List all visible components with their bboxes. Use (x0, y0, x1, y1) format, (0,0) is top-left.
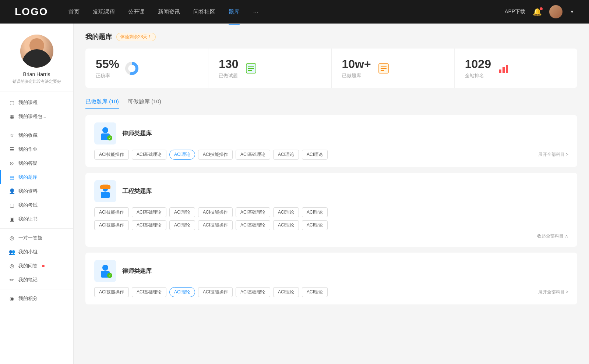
tag-item[interactable]: ACI基础理论 (132, 207, 166, 217)
svg-rect-18 (102, 185, 108, 186)
sidebar-item-label: 我的考试 (18, 202, 38, 208)
tag-item[interactable]: ACI基础理论 (236, 150, 270, 160)
tags-row-lawyer-2: ACI技能操作 ACI基础理论 ACI理论 ACI技能操作 ACI基础理论 AC… (94, 287, 568, 297)
nav-item-news[interactable]: 新闻资讯 (158, 7, 180, 17)
sidebar-item-label: 我的课程 (18, 99, 38, 106)
my-notes-icon: ✏ (9, 277, 15, 283)
svg-point-19 (102, 265, 108, 271)
tag-item[interactable]: ACI基础理论 (236, 220, 270, 230)
sidebar-item-label: 我的问答 (18, 263, 38, 269)
page-layout: Brian Harris 错误的决定比没有决定要好 ▢ 我的课程 ▦ 我的课程包… (0, 24, 589, 364)
tag-item[interactable]: ACI理论 (273, 220, 299, 230)
tag-item[interactable]: ACI基础理论 (132, 287, 166, 297)
sidebar-item-my-courses[interactable]: ▢ 我的课程 (0, 96, 73, 110)
avatar-placeholder (549, 5, 562, 18)
sidebar-item-label: 我的证书 (18, 216, 38, 222)
tag-item[interactable]: ACI理论 (169, 207, 195, 217)
notification-dot (540, 7, 543, 10)
tag-item[interactable]: ACI理论 (302, 207, 328, 217)
sidebar-item-my-favorites[interactable]: ☆ 我的收藏 (0, 128, 73, 142)
tag-item[interactable]: ACI基础理论 (236, 287, 270, 297)
tag-item-active[interactable]: ACI理论 (169, 287, 195, 297)
user-avatar[interactable] (549, 5, 562, 18)
nav-right-section: APP下载 🔔 ▼ (505, 5, 574, 18)
nav-item-discover[interactable]: 发现课程 (93, 7, 115, 17)
notification-bell[interactable]: 🔔 (533, 7, 542, 16)
tag-item[interactable]: ACI基础理论 (132, 220, 166, 230)
tag-item[interactable]: ACI技能操作 (198, 207, 233, 217)
sidebar-item-label: 一对一答疑 (18, 235, 42, 241)
navbar: LOGO 首页 发现课程 公开课 新闻资讯 问答社区 题库 ··· APP下载 … (0, 0, 589, 24)
tag-item[interactable]: ACI技能操作 (94, 287, 129, 297)
tag-item[interactable]: ACI技能操作 (198, 150, 233, 160)
sidebar-item-my-homework[interactable]: ☰ 我的作业 (0, 142, 73, 156)
stats-row: 55% 正确率 130 已做试题 (85, 49, 577, 88)
tag-item[interactable]: ACI基础理论 (236, 207, 270, 217)
qbank-title-engineer: 工程类题库 (122, 188, 152, 195)
tag-item[interactable]: ACI技能操作 (198, 287, 233, 297)
tag-item[interactable]: ACI理论 (302, 287, 328, 297)
sidebar-item-my-notes[interactable]: ✏ 我的笔记 (0, 273, 73, 287)
done-banks-value: 10w+ (342, 57, 371, 71)
sidebar-menu: ▢ 我的课程 ▦ 我的课程包... ☆ 我的收藏 ☰ 我的作业 ⊙ 我的答疑 ▤ (0, 92, 73, 309)
my-group-icon: 👥 (9, 249, 15, 255)
sidebar-divider-2 (0, 228, 73, 229)
nav-item-home[interactable]: 首页 (68, 7, 80, 17)
profile-section: Brian Harris 错误的决定比没有决定要好 (0, 31, 73, 92)
tag-item[interactable]: ACI技能操作 (198, 220, 233, 230)
nav-item-qbank[interactable]: 题库 (229, 7, 240, 17)
sidebar-item-my-points[interactable]: ◉ 我的积分 (0, 292, 73, 306)
accuracy-label: 正确率 (96, 72, 119, 79)
my-favorites-icon: ☆ (9, 132, 15, 138)
nav-more-dots[interactable]: ··· (253, 8, 258, 16)
qbank-header-engineer: 工程类题库 (94, 180, 568, 202)
sidebar-item-my-group[interactable]: 👥 我的小组 (0, 245, 73, 259)
sidebar-item-my-packages[interactable]: ▦ 我的课程包... (0, 110, 73, 124)
tab-done-banks[interactable]: 已做题库 (10) (85, 95, 119, 109)
profile-name: Brian Harris (23, 71, 50, 77)
sidebar-item-label: 我的积分 (18, 295, 38, 302)
sidebar-item-my-questions[interactable]: ⊙ 我的答疑 (0, 156, 73, 170)
lawyer-svg-icon: ✓ (97, 125, 113, 142)
tag-item[interactable]: ACI理论 (273, 287, 299, 297)
my-qbank-icon: ▤ (9, 174, 15, 180)
qbank-title-lawyer-1: 律师类题库 (122, 130, 152, 138)
qbank-icon-engineer (94, 180, 116, 202)
tag-item[interactable]: ACI理论 (273, 207, 299, 217)
sidebar-divider-1 (0, 126, 73, 126)
nav-item-open-course[interactable]: 公开课 (128, 7, 145, 17)
tag-item[interactable]: ACI理论 (302, 220, 328, 230)
sidebar-item-my-qbank[interactable]: ▤ 我的题库 (0, 170, 73, 184)
tag-item[interactable]: ACI技能操作 (94, 220, 129, 230)
nav-item-qa[interactable]: 问答社区 (193, 7, 215, 17)
tag-item[interactable]: ACI技能操作 (94, 150, 129, 160)
avatar-chevron-icon[interactable]: ▼ (570, 9, 574, 14)
sidebar-item-label: 我的答疑 (18, 160, 38, 167)
accuracy-value-wrap: 55% 正确率 (96, 57, 119, 79)
expand-link-lawyer-2[interactable]: 展开全部科目 > (538, 289, 568, 295)
tag-item[interactable]: ACI技能操作 (94, 207, 129, 217)
tag-item[interactable]: ACI理论 (169, 220, 195, 230)
tag-item[interactable]: ACI理论 (302, 150, 328, 160)
sidebar: Brian Harris 错误的决定比没有决定要好 ▢ 我的课程 ▦ 我的课程包… (0, 24, 74, 364)
tag-item[interactable]: ACI基础理论 (132, 150, 166, 160)
site-rank-value: 1029 (465, 57, 491, 71)
sidebar-item-label: 我的小组 (18, 249, 38, 255)
sidebar-item-my-certs[interactable]: ▣ 我的证书 (0, 212, 73, 226)
qbank-icon-lawyer-2: ✓ (94, 260, 116, 282)
stat-site-rank: 1029 全站排名 (455, 49, 577, 88)
tab-todo-banks[interactable]: 可做题库 (10) (128, 95, 161, 109)
tag-item[interactable]: ACI理论 (273, 150, 299, 160)
collapse-link-engineer[interactable]: 收起全部科目 ∧ (94, 233, 568, 239)
done-questions-label: 已做试题 (219, 72, 238, 79)
my-materials-icon: 👤 (9, 188, 15, 194)
sidebar-item-my-materials[interactable]: 👤 我的资料 (0, 184, 73, 198)
bar-red-icon (497, 62, 510, 75)
expand-link-lawyer-1[interactable]: 展开全部科目 > (538, 151, 568, 158)
sidebar-item-my-exams[interactable]: ▢ 我的考试 (0, 198, 73, 212)
sidebar-item-my-qa[interactable]: ◎ 我的问答 (0, 259, 73, 273)
tag-item-active[interactable]: ACI理论 (169, 150, 195, 160)
accuracy-donut-chart (125, 62, 138, 75)
app-download-button[interactable]: APP下载 (505, 8, 525, 15)
sidebar-item-one-on-one[interactable]: ◎ 一对一答疑 (0, 231, 73, 245)
